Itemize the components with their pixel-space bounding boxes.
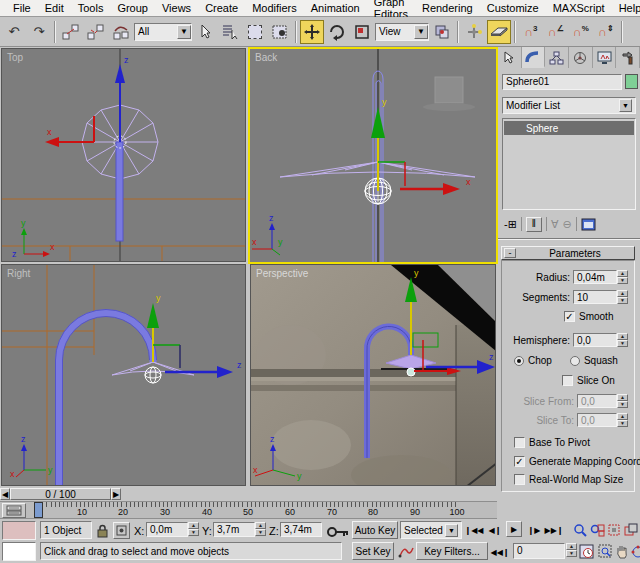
use-center-icon[interactable] bbox=[430, 20, 454, 44]
select-and-scale-icon[interactable] bbox=[350, 20, 374, 44]
z-coordinate-field[interactable]: 3,74m bbox=[280, 522, 322, 537]
snap-toggle-3d-icon[interactable]: ∩3 bbox=[519, 20, 543, 44]
select-and-manipulate-icon[interactable] bbox=[462, 20, 486, 44]
pan-hand-icon[interactable] bbox=[614, 543, 630, 559]
segments-field[interactable]: 10 bbox=[573, 290, 617, 304]
make-unique-icon[interactable]: ∀ bbox=[551, 218, 559, 231]
parameters-rollout-header[interactable]: - Parameters bbox=[501, 246, 635, 260]
object-color-swatch[interactable] bbox=[625, 74, 638, 89]
mini-curve-editor-icon[interactable] bbox=[2, 503, 26, 518]
viewport-top[interactable]: z x y x z Top bbox=[1, 48, 246, 262]
menu-maxscript[interactable]: MAXScript bbox=[546, 1, 612, 15]
squash-radio[interactable] bbox=[570, 356, 580, 366]
hemisphere-field[interactable]: 0,0 bbox=[573, 333, 617, 347]
select-and-rotate-icon[interactable] bbox=[325, 20, 349, 44]
current-frame-field[interactable]: 0 bbox=[513, 543, 565, 559]
next-frame-icon[interactable]: ❙▶ bbox=[526, 522, 542, 538]
zoom-extents-icon[interactable] bbox=[606, 522, 622, 538]
base-to-pivot-checkbox[interactable] bbox=[514, 437, 525, 448]
show-end-result-icon[interactable]: ‖ bbox=[526, 217, 542, 232]
rollout-collapse-icon[interactable]: - bbox=[504, 248, 516, 258]
modifier-list-dropdown[interactable]: Modifier List ▼ bbox=[502, 97, 636, 114]
select-object-icon[interactable] bbox=[193, 20, 217, 44]
configure-modifier-sets-icon[interactable] bbox=[581, 218, 596, 231]
play-icon[interactable]: ▶ bbox=[506, 521, 522, 537]
viewport-back[interactable]: y x z x y Back bbox=[250, 49, 496, 262]
go-to-end-icon[interactable]: ▶▶❙ bbox=[546, 522, 562, 538]
set-keys-icon[interactable] bbox=[326, 525, 350, 539]
rect-selection-region-icon[interactable] bbox=[243, 20, 267, 44]
menu-create[interactable]: Create bbox=[198, 1, 245, 15]
y-spinner[interactable]: ▲▼ bbox=[255, 522, 266, 536]
window-crossing-icon[interactable] bbox=[268, 20, 292, 44]
menu-file[interactable]: File bbox=[6, 1, 38, 15]
angle-snap-icon[interactable]: ∩∠ bbox=[544, 20, 568, 44]
time-configuration-icon[interactable] bbox=[578, 543, 594, 559]
new-key-tangents-icon[interactable] bbox=[398, 544, 414, 559]
menu-rendering[interactable]: Rendering bbox=[415, 1, 480, 15]
auto-key-button[interactable]: Auto Key bbox=[352, 521, 398, 539]
modifier-stack-item-sphere[interactable]: Sphere bbox=[504, 121, 634, 135]
time-slider-prev-icon[interactable]: ◀ bbox=[0, 488, 10, 500]
slice-from-field[interactable]: 0,0 bbox=[577, 394, 617, 408]
unlink-icon[interactable] bbox=[84, 20, 108, 44]
generate-mapping-checkbox[interactable]: ✓ bbox=[514, 456, 525, 467]
undo-icon[interactable]: ↶ bbox=[2, 20, 26, 44]
frame-spinner[interactable]: ▲▼ bbox=[566, 543, 577, 557]
region-zoom-icon[interactable] bbox=[597, 543, 613, 559]
menu-modifiers[interactable]: Modifiers bbox=[245, 1, 304, 15]
set-key-button[interactable]: Set Key bbox=[352, 542, 394, 560]
menu-edit[interactable]: Edit bbox=[38, 1, 71, 15]
track-bar[interactable]: 0 10 20 30 40 50 60 70 80 90 100 bbox=[0, 501, 497, 519]
tab-display[interactable] bbox=[593, 47, 617, 68]
chop-radio[interactable] bbox=[514, 356, 524, 366]
selected-filter-dropdown[interactable]: Selected ▼ bbox=[400, 521, 462, 539]
tab-create[interactable] bbox=[498, 47, 522, 68]
menu-group[interactable]: Group bbox=[110, 1, 155, 15]
bind-spacewarp-icon[interactable] bbox=[109, 20, 133, 44]
maxscript-listener-swatch[interactable] bbox=[2, 542, 36, 561]
menu-views[interactable]: Views bbox=[155, 1, 198, 15]
go-to-start-icon[interactable]: ❙◀◀ bbox=[466, 522, 482, 538]
keyboard-override-icon[interactable] bbox=[487, 20, 511, 44]
radius-field[interactable]: 0,04m bbox=[573, 270, 617, 284]
reference-coord-dropdown[interactable]: View ▼ bbox=[375, 23, 429, 41]
selection-lock-icon[interactable] bbox=[96, 523, 109, 538]
viewport-right[interactable]: y z z x y Right bbox=[1, 264, 246, 486]
zoom-extents-all-icon[interactable] bbox=[623, 522, 639, 538]
percent-snap-icon[interactable]: ∩% bbox=[569, 20, 593, 44]
time-slider[interactable]: 0 / 100 bbox=[10, 488, 111, 500]
radius-spinner[interactable]: ▲▼ bbox=[617, 270, 628, 284]
macro-recorder-swatch[interactable] bbox=[2, 521, 36, 540]
menu-animation[interactable]: Animation bbox=[304, 1, 367, 15]
menu-help[interactable]: Help bbox=[612, 1, 640, 15]
zoom-icon[interactable] bbox=[572, 522, 588, 538]
smooth-checkbox[interactable]: ✓ bbox=[564, 311, 575, 322]
slice-from-spinner[interactable]: ▲▼ bbox=[617, 394, 628, 408]
prev-frame-icon[interactable]: ◀❙ bbox=[487, 522, 503, 538]
absolute-offset-toggle-icon[interactable] bbox=[113, 522, 130, 539]
tab-motion[interactable] bbox=[569, 47, 593, 68]
tab-modify[interactable] bbox=[522, 47, 546, 68]
select-and-move-icon[interactable] bbox=[300, 20, 324, 44]
key-filters-button[interactable]: Key Filters... bbox=[416, 542, 488, 560]
modifier-stack[interactable]: Sphere bbox=[502, 118, 636, 210]
tab-utilities[interactable] bbox=[616, 47, 640, 68]
pin-stack-icon[interactable]: -⊞ bbox=[504, 218, 517, 231]
key-mode-toggle-icon[interactable]: ◀◀❙ bbox=[492, 544, 508, 560]
select-by-name-icon[interactable] bbox=[218, 20, 242, 44]
segments-spinner[interactable]: ▲▼ bbox=[617, 290, 628, 304]
spinner-snap-icon[interactable]: ∩⇕ bbox=[594, 20, 618, 44]
time-slider-next-icon[interactable]: ▶ bbox=[111, 488, 121, 500]
viewport-perspective[interactable]: y z z x y Perspective bbox=[250, 264, 496, 486]
remove-modifier-icon[interactable]: ⊖ bbox=[562, 218, 571, 231]
hemisphere-spinner[interactable]: ▲▼ bbox=[617, 333, 628, 347]
slice-on-checkbox[interactable] bbox=[562, 375, 573, 386]
tab-hierarchy[interactable] bbox=[545, 47, 569, 68]
redo-icon[interactable]: ↷ bbox=[27, 20, 51, 44]
real-world-checkbox[interactable] bbox=[514, 474, 525, 485]
x-coordinate-field[interactable]: 0,0m bbox=[146, 522, 188, 537]
zoom-all-icon[interactable] bbox=[589, 522, 605, 538]
track-bar-ruler[interactable]: 0 10 20 30 40 50 60 70 80 90 100 bbox=[28, 502, 493, 519]
y-coordinate-field[interactable]: 3,7m bbox=[213, 522, 255, 537]
